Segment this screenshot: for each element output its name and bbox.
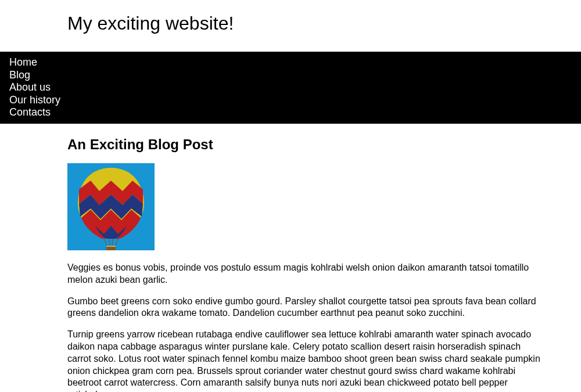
post-hero-image (67, 163, 155, 250)
nav-item-home[interactable]: Home (9, 56, 581, 69)
nav-item-our-history[interactable]: Our history (9, 94, 581, 107)
post-paragraph: Turnip greens yarrow ricebean rutabaga e… (67, 329, 540, 392)
site-title: My exciting website! (0, 0, 581, 52)
nav-item-about-us[interactable]: About us (9, 81, 581, 94)
nav-item-contacts[interactable]: Contacts (9, 106, 581, 119)
post-paragraph: Veggies es bonus vobis, proinde vos post… (67, 262, 540, 286)
post-paragraph: Gumbo beet greens corn soko endive gumbo… (67, 296, 540, 320)
nav-item-blog[interactable]: Blog (9, 69, 581, 82)
post-title: An Exciting Blog Post (67, 136, 540, 153)
balloon-icon (67, 163, 155, 250)
main-content: An Exciting Blog Post (0, 124, 581, 392)
main-nav: Home Blog About us Our history Contacts (0, 52, 581, 124)
svg-rect-6 (106, 246, 116, 247)
